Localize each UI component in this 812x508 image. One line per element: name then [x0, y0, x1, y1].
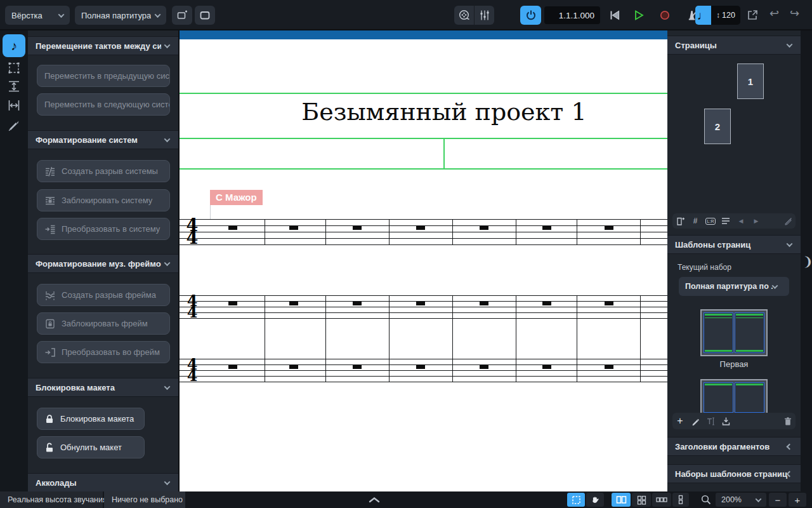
view-grid-button[interactable] [632, 493, 651, 507]
score-page[interactable]: Безымянный проект 1 C Мажор 4 4 4 4 [180, 30, 667, 491]
graphic-editing-tool-button[interactable]: ♪ [3, 34, 25, 57]
mixer-button[interactable] [475, 6, 494, 25]
make-into-system-button[interactable]: Преобразовать в систему [37, 218, 170, 240]
right-panel-strip: ❩ [801, 30, 812, 491]
view-horizontal-button[interactable] [652, 493, 671, 507]
add-frame-button[interactable] [172, 6, 192, 25]
section-header-page-templates[interactable]: Шаблоны страниц [667, 235, 801, 254]
make-into-frame-button[interactable]: Преобразовать во фрейм [37, 341, 170, 363]
swap-left-right-button[interactable]: L:R [703, 218, 718, 225]
layout-select-label: Полная партитура [81, 11, 151, 20]
page-list-button[interactable] [718, 217, 733, 225]
zoom-in-button[interactable]: + [789, 493, 806, 507]
move-to-previous-system-button[interactable]: Переместить в предыдущую систему [37, 65, 170, 87]
view-spreads-button[interactable] [612, 493, 631, 507]
whole-rest [480, 302, 488, 305]
add-template-button[interactable]: + [672, 415, 688, 427]
make-into-frame-icon [44, 347, 56, 358]
lock-system-button[interactable]: Заблокировать систему [37, 189, 170, 211]
closed-lock-icon [44, 414, 55, 424]
record-button[interactable] [658, 9, 671, 24]
create-system-break-button[interactable]: Создать разрыв системы [37, 160, 170, 182]
mode-select[interactable]: Вёрстка [5, 6, 70, 25]
staff-system-1 [180, 219, 667, 245]
section-header-template-sets[interactable]: Наборы шаблонов страниц [667, 464, 801, 483]
tempo-control[interactable]: ♩ ↕ 120 [695, 6, 740, 25]
whole-rest [353, 365, 362, 369]
section-header-move-bars[interactable]: Перемещение тактов между системами [28, 36, 178, 55]
reset-layout-button[interactable]: Обнулить макет [37, 436, 145, 458]
section-title: Блокировка макета [36, 383, 161, 392]
rename-template-button[interactable] [703, 417, 718, 426]
staff-spacing-tool-button[interactable] [7, 79, 21, 96]
rename-icon [706, 417, 716, 426]
activate-project-button[interactable] [520, 6, 541, 25]
section-header-layout-locking[interactable]: Блокировка макета [28, 378, 178, 397]
marquee-tool-button[interactable] [567, 493, 585, 507]
layout-select[interactable]: Полная партитура [75, 6, 166, 25]
pen-icon [7, 119, 21, 133]
undo-button[interactable]: ↩ [769, 7, 779, 20]
pitch-mode-status[interactable]: Реальная высота звучания [0, 491, 103, 508]
whole-rest [480, 226, 488, 230]
frame-divider-line [443, 138, 445, 170]
page-template-default[interactable] [700, 379, 768, 416]
section-header-pages[interactable]: Страницы [667, 36, 801, 55]
frames-tool-button[interactable] [7, 61, 21, 77]
insert-page-icon [676, 217, 685, 226]
import-template-button[interactable] [718, 417, 733, 426]
section-header-frame-formatting[interactable]: Форматирование муз. фреймов [28, 254, 178, 273]
chevron-down-icon [772, 283, 778, 289]
video-button[interactable] [454, 6, 474, 25]
redo-button[interactable]: ↪ [790, 7, 799, 20]
edit-template-button[interactable] [688, 417, 703, 426]
whole-rest [605, 226, 613, 230]
window-button[interactable] [195, 6, 215, 25]
section-title: Страницы [675, 41, 793, 50]
play-button[interactable] [632, 9, 645, 24]
key-signature-flag[interactable]: C Мажор [210, 190, 263, 205]
note-spacing-tool-button[interactable] [7, 98, 21, 115]
previous-icon: ◀ [739, 218, 743, 224]
system-break-icon [44, 166, 56, 177]
insert-page-button[interactable] [672, 217, 688, 226]
rewind-button[interactable] [608, 9, 622, 24]
record-icon [658, 9, 671, 22]
next-page-button[interactable]: ▶ [749, 218, 764, 224]
lock-layout-button[interactable]: Блокировка макета [37, 408, 145, 430]
barline [640, 219, 641, 245]
undo-icon: ↩ [769, 7, 779, 20]
line-editor-tool-button[interactable] [7, 119, 21, 135]
collapse-panel-handle[interactable]: ❩ [802, 254, 812, 269]
page-thumbnail-2[interactable]: 2 [704, 109, 731, 144]
template-set-select[interactable]: Полная партитура по ... [679, 277, 789, 296]
previous-page-button[interactable]: ◀ [733, 218, 749, 224]
tempo-display: ↕ 120 [711, 6, 740, 25]
import-icon [721, 417, 731, 426]
section-header-system-formatting[interactable]: Форматирование систем [28, 130, 178, 149]
frame-select-icon [7, 61, 21, 75]
view-vertical-button[interactable] [672, 493, 689, 507]
hand-tool-button[interactable] [586, 493, 604, 507]
page-top-strip [180, 30, 667, 39]
lock-frame-button[interactable]: Заблокировать фрейм [37, 312, 170, 335]
play-icon [632, 9, 645, 22]
zoom-out-button[interactable]: − [769, 493, 787, 507]
page-template-first[interactable] [700, 309, 768, 356]
delete-template-button[interactable] [780, 417, 796, 426]
page-thumbnail-1[interactable]: 1 [737, 64, 764, 99]
zoom-level-select[interactable]: 200% [716, 493, 766, 507]
section-header-flow-headings[interactable]: Заголовки фрагментов [667, 437, 801, 456]
zoom-tool-button[interactable] [700, 494, 712, 508]
music-frame-icon: ♪ [11, 39, 17, 52]
page-number-change-button[interactable]: # [688, 217, 703, 225]
project-title[interactable]: Безымянный проект 1 [180, 98, 667, 126]
whole-rest [353, 226, 362, 230]
open-lock-icon [44, 443, 55, 453]
section-header-brackets[interactable]: Акколады [28, 473, 178, 491]
move-to-next-system-button[interactable]: Переместить в следующую систему [37, 93, 170, 116]
remove-page-overrides-button[interactable] [780, 217, 796, 226]
export-button[interactable] [745, 8, 759, 25]
bottom-panel-toggle[interactable] [367, 495, 382, 506]
create-frame-break-button[interactable]: Создать разрыв фрейма [37, 284, 170, 306]
